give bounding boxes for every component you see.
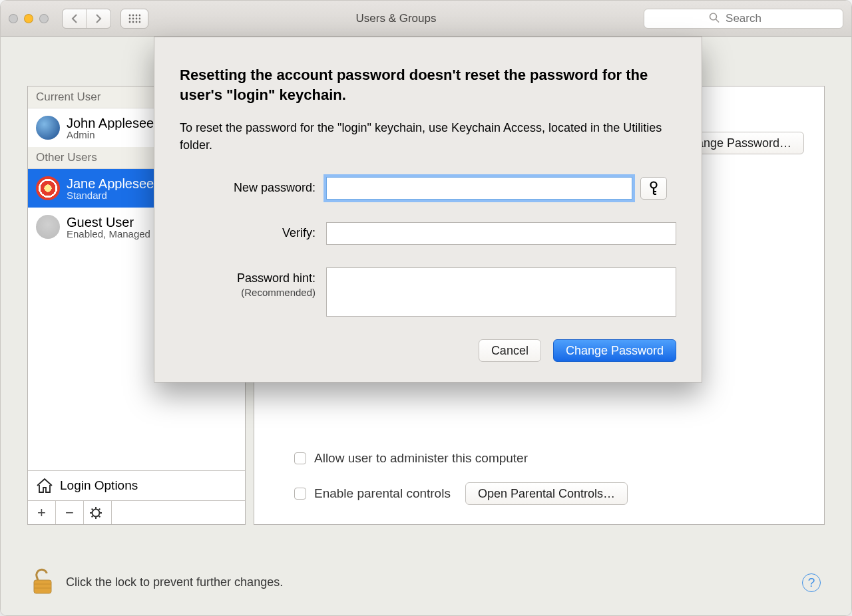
hint-sublabel: (Recommended) (241, 287, 316, 298)
hint-row: Password hint: (Recommended) (180, 267, 676, 317)
svg-point-3 (139, 14, 140, 16)
new-password-row: New password: (180, 177, 676, 200)
forward-button[interactable] (87, 9, 110, 28)
close-window-button[interactable] (9, 14, 18, 23)
allow-admin-label: Allow user to administer this computer (314, 451, 528, 466)
verify-label: Verify: (282, 226, 316, 239)
svg-point-6 (136, 17, 138, 19)
login-options-row[interactable]: Login Options (28, 470, 245, 500)
sheet-footer: Cancel Change Password (180, 339, 676, 362)
search-field-wrap (644, 9, 843, 29)
allow-admin-row: Allow user to administer this computer (294, 451, 804, 466)
house-icon (36, 478, 53, 494)
svg-line-13 (716, 19, 720, 23)
user-name: Jane Appleseed (67, 177, 161, 190)
user-name: John Appleseed (67, 116, 161, 130)
sidebar-tools-spacer (112, 501, 245, 524)
preferences-window: Users & Groups Change Password… Allow us… (0, 0, 852, 616)
svg-point-9 (132, 21, 134, 23)
avatar (36, 116, 60, 140)
svg-point-4 (129, 17, 131, 19)
svg-point-26 (651, 182, 657, 188)
svg-point-14 (92, 509, 99, 516)
back-button[interactable] (63, 9, 87, 28)
svg-line-20 (99, 516, 100, 517)
help-button[interactable]: ? (802, 573, 821, 592)
sheet-heading: Resetting the account password doesn't r… (180, 65, 676, 104)
svg-point-0 (129, 14, 131, 16)
zoom-window-button[interactable] (39, 14, 49, 23)
sheet-description: To reset the password for the "login" ke… (180, 119, 676, 154)
allow-admin-checkbox[interactable] (294, 452, 306, 464)
svg-point-8 (129, 21, 131, 23)
svg-line-19 (91, 508, 93, 510)
lock-icon[interactable] (31, 567, 54, 598)
svg-point-5 (132, 17, 134, 19)
new-password-input[interactable] (326, 177, 632, 200)
avatar (36, 176, 60, 200)
nav-segment (62, 9, 111, 29)
cancel-button[interactable]: Cancel (479, 339, 541, 362)
hint-input[interactable] (326, 267, 676, 317)
svg-rect-23 (34, 580, 51, 593)
sidebar-action-menu[interactable] (84, 501, 112, 524)
window-title: Users & Groups (158, 12, 634, 25)
reset-password-sheet: Resetting the account password doesn't r… (154, 37, 702, 383)
key-icon (648, 181, 660, 196)
avatar (36, 215, 60, 239)
user-role: Enabled, Managed (67, 229, 150, 239)
verify-input[interactable] (326, 222, 676, 245)
show-all-button[interactable] (120, 9, 148, 29)
svg-point-12 (710, 13, 717, 20)
hint-label: Password hint: (237, 271, 316, 285)
parental-label: Enable parental controls (314, 486, 451, 501)
open-parental-controls-button[interactable]: Open Parental Controls… (465, 482, 628, 505)
verify-row: Verify: (180, 222, 676, 245)
window-toolbar: Users & Groups (1, 1, 851, 37)
user-name: Guest User (67, 216, 150, 229)
svg-line-21 (91, 516, 93, 517)
sidebar-tools: + − (28, 500, 245, 524)
minimize-window-button[interactable] (24, 14, 33, 23)
search-input[interactable] (644, 9, 843, 29)
svg-point-11 (139, 21, 140, 23)
svg-point-2 (136, 14, 138, 16)
password-assistant-button[interactable] (640, 177, 667, 200)
lock-row: Click the lock to prevent further change… (31, 567, 821, 598)
search-icon (709, 12, 720, 25)
user-role: Admin (67, 130, 161, 140)
parental-row: Enable parental controls Open Parental C… (294, 482, 804, 505)
user-role: Standard (67, 190, 161, 200)
svg-line-22 (99, 508, 100, 510)
add-user-button[interactable]: + (28, 501, 56, 524)
svg-point-7 (139, 17, 140, 19)
remove-user-button[interactable]: − (56, 501, 84, 524)
parental-checkbox[interactable] (294, 488, 306, 500)
new-password-label: New password: (234, 181, 316, 194)
svg-point-1 (132, 14, 134, 16)
login-options-label: Login Options (60, 478, 138, 493)
svg-point-10 (136, 21, 138, 23)
traffic-lights (9, 14, 49, 23)
lock-text: Click the lock to prevent further change… (66, 575, 283, 589)
change-password-button[interactable]: Change Password (553, 339, 676, 362)
